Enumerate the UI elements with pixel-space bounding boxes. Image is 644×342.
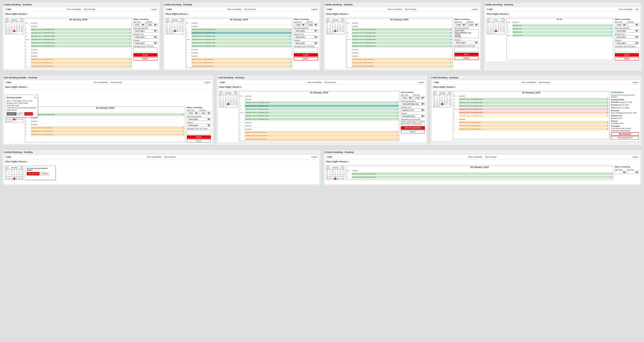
slot-2[interactable]: 2Business Unit 2 | Scheduled Class ℹ <box>25 45 132 48</box>
nav-bookings-db1[interactable]: My bookings <box>164 156 176 158</box>
slot-6[interactable]: 6Business Unit 3 | Special Event ℹ <box>25 58 132 61</box>
reset-button-vb[interactable]: RESET <box>187 139 211 142</box>
nav-bookings-2[interactable]: My bookings <box>244 8 256 10</box>
recurring-select-3[interactable]: Select option Daily (weekdays only) Week… <box>454 29 479 38</box>
info-btn-s2-7[interactable]: ℹ <box>290 62 291 64</box>
desc-eb1[interactable]: Lorem ipsum dolor or amet consectetur ad… <box>401 121 425 125</box>
info-btn-12[interactable]: ℹ <box>130 38 130 40</box>
nav-bookings-1[interactable]: My bookings <box>84 8 95 10</box>
start-time-select-3[interactable]: 1:00pm <box>454 23 466 26</box>
desc-textarea-2[interactable] <box>294 48 318 52</box>
modal-close-btn[interactable]: ✕ <box>34 96 36 99</box>
start-time-select-1[interactable]: 0:00m <box>133 23 145 26</box>
info-btn-s2-1[interactable]: ℹ <box>290 42 291 44</box>
purpose-select-1[interactable]: Select option <box>133 41 158 45</box>
info-btn-7[interactable]: ℹ <box>130 62 130 64</box>
info-btn-s2-12[interactable]: ℹ <box>290 38 291 40</box>
slot-10[interactable]: 10Business Unit 2 | Scheduled Class ℹ <box>25 31 132 35</box>
book-button-vb[interactable]: BOOK <box>187 135 211 139</box>
start-time-vb[interactable]: 0:00m <box>187 111 198 115</box>
nav-bookings-eb2[interactable]: My bookings <box>539 81 550 83</box>
purpose-eb1[interactable]: Scheduled Class <box>401 115 425 118</box>
nav-logout-2[interactable]: Logout <box>311 8 317 10</box>
delete-button[interactable]: DELETE <box>24 112 33 116</box>
info-btn-11[interactable]: ℹ <box>130 35 130 37</box>
nav-view-3[interactable]: View availability <box>388 8 402 10</box>
book-button-1[interactable]: BOOK <box>133 53 158 56</box>
info-btn-s3-9[interactable]: ℹ <box>451 28 451 31</box>
info-btn-s3-11[interactable]: ℹ <box>451 35 451 37</box>
end-time-vb[interactable]: 0:00m <box>199 111 211 115</box>
info-btn-s3-1[interactable]: ℹ <box>451 42 451 44</box>
reset-button-eb1[interactable]: RESET <box>401 130 425 133</box>
recurring-eb1[interactable]: Daily (weekdays only) <box>401 102 425 106</box>
cal-next-2[interactable]: > <box>180 19 183 21</box>
slot-1[interactable]: 1Business Unit 2 | Scheduled Class ℹ <box>25 41 132 45</box>
nav-view-eb2[interactable]: View availability <box>521 81 535 83</box>
recurring-select-1[interactable]: Select option <box>133 29 158 33</box>
info-btn-s2-10[interactable]: ℹ <box>290 32 291 34</box>
cal-prev-eb1[interactable]: < <box>220 92 222 94</box>
desc-textarea-4[interactable] <box>615 48 639 52</box>
edit-booking-button[interactable]: EDIT BOOKING <box>611 132 639 136</box>
nav-view-db1[interactable]: View availability <box>147 156 161 158</box>
slot-9[interactable]: 9Business Unit 1 | Scheduled Class ℹ <box>25 28 132 31</box>
confirm-delete-button[interactable]: YES, DELETE <box>27 172 39 175</box>
desc-textarea-3[interactable] <box>454 47 479 52</box>
cal-next-3[interactable]: > <box>341 19 344 21</box>
slot-11[interactable]: 11Business Unit 2 | Scheduled Class ℹ <box>25 35 132 38</box>
info-btn-6[interactable]: ℹ <box>130 58 130 60</box>
cal-prev-eb2[interactable]: < <box>434 92 436 94</box>
info-btn-1[interactable]: ℹ <box>130 42 130 44</box>
end-time-select-1[interactable]: 0:00m <box>146 23 158 26</box>
info-btn-2[interactable]: ℹ <box>130 45 130 47</box>
recurring-select-2[interactable]: Select option <box>294 29 318 33</box>
end-time-select-4[interactable] <box>627 23 639 26</box>
end-time-select-2[interactable]: 5:00pm <box>306 23 318 26</box>
start-time-eb1[interactable]: 9:30m <box>401 96 412 99</box>
nav-view-eb1[interactable]: View availability <box>307 81 321 83</box>
start-time-select-2[interactable]: 1:00pm <box>294 23 305 26</box>
nav-bookings-eb1[interactable]: My bookings <box>325 81 336 83</box>
info-btn-s3-12[interactable]: ℹ <box>451 38 451 40</box>
cal-next-eb2[interactable]: > <box>448 92 451 94</box>
cal-prev-2[interactable]: < <box>166 19 169 21</box>
purpose-select-3[interactable]: Select option <box>454 41 479 44</box>
cal-prev-4[interactable]: < <box>487 19 490 21</box>
cal-prev-3[interactable]: < <box>327 19 329 21</box>
update-booking-button[interactable]: UPDATE BOOKING <box>401 126 425 130</box>
cal-next-eb1[interactable]: > <box>234 92 237 94</box>
cancel-delete-button[interactable]: CANCEL <box>40 172 49 175</box>
nav-view-vb[interactable]: View availability <box>93 81 108 83</box>
cal-prev-1[interactable]: < <box>6 19 8 21</box>
contact-button[interactable]: CONTACT <box>7 112 17 116</box>
purpose-select-2[interactable]: Select option <box>294 41 318 45</box>
view-availability-button[interactable]: VIEW AVAILABILITY <box>611 136 639 139</box>
desc-textarea-1[interactable] <box>133 48 158 52</box>
nav-bookings-3[interactable]: My bookings <box>405 8 416 10</box>
info-btn-s3-10[interactable]: ℹ <box>451 32 451 34</box>
reset-button-1[interactable]: RESET <box>133 57 158 60</box>
info-btn-9[interactable]: ℹ <box>130 28 130 31</box>
nav-bookings-4[interactable]: My <box>636 8 638 10</box>
bu-eb1[interactable]: Business Unit 2 <box>401 108 425 112</box>
cal-next-db2[interactable]: > <box>341 166 344 169</box>
slot-7[interactable]: 7Business Unit 3 | Special Event ℹ <box>25 61 132 64</box>
book-button-2[interactable]: BOOK <box>294 53 318 56</box>
cal-next-4[interactable]: > <box>501 19 504 21</box>
nav-logout-vb[interactable]: Logout <box>204 81 210 83</box>
nav-view-1[interactable]: View availability <box>67 8 81 10</box>
nav-bookings-db2[interactable]: My bookings <box>485 156 497 158</box>
start-time-select-4[interactable]: 1:00pm <box>615 23 626 26</box>
recurring-select-4[interactable]: Select option <box>615 29 639 33</box>
info-btn-s2-6[interactable]: ℹ <box>290 58 291 60</box>
info-btn-s2-8[interactable]: ℹ <box>290 65 291 67</box>
reset-button-4[interactable]: RESET <box>615 57 639 60</box>
book-button-4[interactable]: BOOK <box>615 53 639 56</box>
start-time-db2[interactable] <box>615 171 626 174</box>
reset-button-2[interactable]: RESET <box>294 57 318 60</box>
end-time-select-3[interactable]: 5:00pm <box>467 23 479 26</box>
nav-view-4[interactable]: View availability <box>618 8 633 10</box>
cal-prev-db2[interactable]: < <box>327 166 329 169</box>
end-time-eb1[interactable]: 1:00pm <box>413 96 425 99</box>
